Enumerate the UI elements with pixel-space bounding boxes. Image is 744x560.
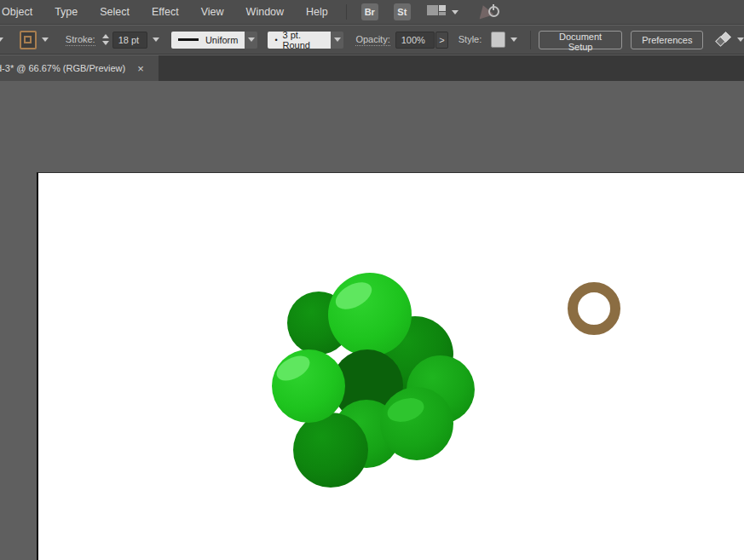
stroke-weight-stepper[interactable]	[102, 34, 109, 45]
tab-close-icon[interactable]: ×	[134, 62, 147, 75]
workspace-switcher-icon[interactable]	[427, 5, 446, 19]
opacity-expand-button[interactable]: >	[435, 32, 447, 49]
sphere-bottom-left[interactable]	[293, 413, 368, 488]
menu-window[interactable]: Window	[235, 0, 295, 25]
brush-preview-dot: •	[274, 36, 277, 44]
stroke-swatch-chevron-down-icon[interactable]	[42, 38, 49, 42]
stroke-color-swatch[interactable]	[20, 31, 37, 49]
menu-object[interactable]: Object	[0, 0, 43, 25]
opacity-input[interactable]: 100%	[395, 32, 435, 49]
preferences-button[interactable]: Preferences	[631, 31, 703, 49]
stroke-weight-chevron-down-icon[interactable]	[153, 38, 159, 42]
sphere-bottom-right[interactable]	[380, 387, 453, 460]
brush-select[interactable]: • 3 pt. Round	[268, 32, 331, 49]
profile-chevron-down-icon	[248, 38, 255, 42]
menu-bar: Object Type Select Effect View Window He…	[0, 0, 744, 25]
menu-help[interactable]: Help	[295, 0, 339, 25]
stepper-down-icon[interactable]	[102, 41, 109, 45]
power-glyph	[488, 6, 499, 17]
opacity-label[interactable]: Opacity:	[355, 34, 389, 46]
document-tab-bar: d-3* @ 66.67% (RGB/Preview) ×	[0, 55, 744, 81]
stroke-swatch-glyph	[24, 36, 32, 43]
menu-effect[interactable]: Effect	[141, 0, 190, 25]
sync-status-icon[interactable]	[477, 3, 499, 20]
style-label: Style:	[459, 34, 482, 45]
menu-view[interactable]: View	[190, 0, 235, 25]
variable-width-profile-select[interactable]: Uniform	[171, 32, 245, 49]
menu-type[interactable]: Type	[43, 0, 89, 25]
stroke-weight-input[interactable]: 18 pt	[112, 32, 147, 49]
profile-chevron-button[interactable]	[245, 32, 257, 49]
bridge-icon[interactable]: Br	[361, 3, 378, 20]
profile-name: Uniform	[205, 35, 239, 45]
workspace-chevron-down-icon[interactable]	[452, 10, 459, 14]
artwork-svg[interactable]	[0, 81, 744, 560]
stepper-up-icon[interactable]	[102, 34, 109, 38]
graphic-style-swatch[interactable]	[491, 32, 505, 48]
fill-chevron-down-icon[interactable]	[0, 38, 3, 42]
stroke-label[interactable]: Stroke:	[66, 34, 95, 46]
brush-chevron-down-icon	[334, 38, 341, 42]
profile-preview-line	[178, 38, 199, 41]
document-tab-title: d-3* @ 66.67% (RGB/Preview)	[0, 63, 125, 73]
control-bar: Stroke: 18 pt Uniform • 3 pt. Round Opac…	[0, 26, 744, 55]
document-setup-button[interactable]: Document Setup	[539, 31, 622, 49]
select-similar-chevron-down-icon[interactable]	[737, 38, 744, 42]
brush-name: 3 pt. Round	[283, 30, 325, 50]
document-tab[interactable]: d-3* @ 66.67% (RGB/Preview) ×	[0, 55, 159, 81]
menu-select[interactable]: Select	[89, 0, 141, 25]
stock-icon[interactable]: St	[394, 3, 411, 20]
control-separator	[530, 31, 531, 49]
select-similar-icon[interactable]	[715, 32, 730, 48]
style-chevron-down-icon[interactable]	[510, 38, 517, 42]
brown-ring[interactable]	[573, 287, 615, 330]
brush-chevron-button[interactable]	[331, 32, 343, 49]
workspace-pasteboard[interactable]	[0, 81, 744, 560]
illustrator-window: Object Type Select Effect View Window He…	[0, 0, 744, 560]
menu-separator	[346, 4, 347, 20]
